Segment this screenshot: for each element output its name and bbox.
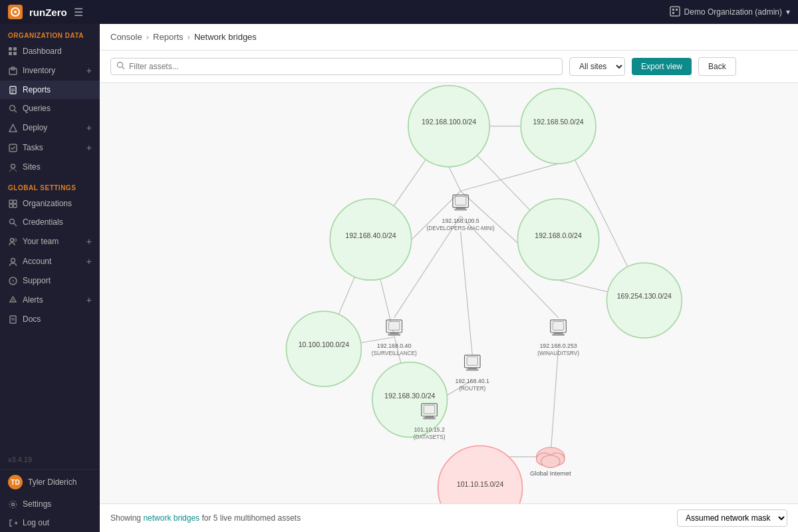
sidebar-item-alerts[interactable]: Alerts + xyxy=(0,290,100,310)
dashboard-label: Dashboard xyxy=(23,47,62,56)
svg-text:(WINAUDITSRV): (WINAUDITSRV) xyxy=(537,350,579,356)
svg-rect-8 xyxy=(9,52,12,55)
dashboard-icon xyxy=(8,47,17,56)
layout: ORGANIZATION DATA Dashboard Inventory + … xyxy=(0,24,798,532)
team-icon xyxy=(8,237,17,246)
sidebar-item-your-team[interactable]: Your team + xyxy=(0,231,100,251)
node-192-168-50[interactable] xyxy=(521,88,596,164)
user-avatar: TD xyxy=(8,475,23,489)
sidebar-item-dashboard[interactable]: Dashboard xyxy=(0,42,100,61)
deploy-plus-icon[interactable]: + xyxy=(86,122,92,133)
user-name: Tyler Diderich xyxy=(28,477,76,487)
reports-label: Reports xyxy=(23,85,51,94)
svg-text:192.168.0.253: 192.168.0.253 xyxy=(539,342,577,349)
sidebar-item-docs[interactable]: Docs xyxy=(0,310,100,329)
search-input[interactable] xyxy=(129,62,557,71)
organizations-label: Organizations xyxy=(23,199,72,208)
svg-rect-24 xyxy=(9,204,13,207)
support-icon: ? xyxy=(8,276,17,285)
svg-point-37 xyxy=(11,503,14,505)
breadcrumb-console[interactable]: Console xyxy=(110,32,142,42)
user-initials: TD xyxy=(11,479,19,486)
footer-highlight: network bridges xyxy=(143,513,201,523)
node-192-168-100[interactable] xyxy=(408,86,489,167)
inventory-icon xyxy=(8,66,17,75)
sidebar-item-logout[interactable]: Log out xyxy=(0,513,100,532)
version-label: v3.4.19 xyxy=(0,450,100,469)
sidebar-item-support[interactable]: ? Support xyxy=(0,271,100,290)
inventory-plus-icon[interactable]: + xyxy=(86,65,92,76)
support-label: Support xyxy=(23,276,51,285)
sidebar-item-tasks[interactable]: Tasks + xyxy=(0,138,100,158)
svg-point-38 xyxy=(9,501,17,508)
sites-select[interactable]: All sites xyxy=(569,57,625,76)
device-winauditsrv[interactable]: 192.168.0.253 (WINAUDITSRV) xyxy=(537,320,579,356)
sidebar-item-reports[interactable]: Reports xyxy=(0,80,100,99)
logout-label: Log out xyxy=(23,518,49,527)
device-router[interactable]: 192.168.40.1 (ROUTER) xyxy=(456,355,489,392)
svg-point-27 xyxy=(10,238,13,241)
svg-rect-7 xyxy=(13,47,17,51)
diagram-area[interactable]: 192.168.100.0/24 192.168.40.0/24 192.168… xyxy=(100,83,798,503)
svg-point-75 xyxy=(541,456,560,468)
footer-suffix: for 5 live multihomed assets xyxy=(201,513,301,523)
org-selector[interactable]: Demo Organization (admin) ▾ xyxy=(670,6,790,19)
org-name: Demo Organization (admin) xyxy=(684,7,782,17)
account-plus-icon[interactable]: + xyxy=(86,256,92,267)
tasks-label: Tasks xyxy=(23,143,43,152)
svg-point-25 xyxy=(9,219,14,223)
svg-text:?: ? xyxy=(11,279,15,285)
team-plus-icon[interactable]: + xyxy=(86,236,92,247)
alerts-plus-icon[interactable]: + xyxy=(86,295,92,305)
account-label: Account xyxy=(23,257,51,266)
node-192-168-0[interactable] xyxy=(517,199,598,280)
mask-select[interactable]: Assumed network mask/24/16/8 xyxy=(677,509,787,527)
sites-icon xyxy=(8,162,17,172)
device-surveillance[interactable]: 192.168.0.40 (SURVEILLANCE) xyxy=(372,320,417,356)
svg-rect-50 xyxy=(390,332,399,334)
node-label: 192.168.100.0/24 xyxy=(422,118,476,126)
svg-rect-69 xyxy=(423,418,436,419)
svg-rect-68 xyxy=(425,416,434,418)
edge xyxy=(461,231,473,355)
svg-line-17 xyxy=(14,110,17,112)
sidebar-item-credentials[interactable]: Credentials xyxy=(0,213,100,231)
tasks-plus-icon[interactable]: + xyxy=(86,142,92,153)
svg-rect-9 xyxy=(13,52,17,55)
sidebar-item-settings[interactable]: Settings xyxy=(0,495,100,513)
menu-icon[interactable]: ☰ xyxy=(74,6,83,19)
node-192-168-40[interactable] xyxy=(330,199,411,280)
node-label: 192.168.40.0/24 xyxy=(345,231,396,239)
sidebar-item-sites[interactable]: Sites xyxy=(0,158,100,176)
node-169-254-130[interactable] xyxy=(606,263,682,338)
export-button[interactable]: Export view xyxy=(632,58,692,75)
breadcrumb-current: Network bridges xyxy=(194,32,257,42)
svg-rect-56 xyxy=(554,332,563,334)
toolbar: All sites Export view Back xyxy=(100,51,798,83)
sidebar-item-organizations[interactable]: Organizations xyxy=(0,194,100,213)
svg-point-20 xyxy=(11,164,15,168)
device-global-internet[interactable]: Global Internet xyxy=(530,448,571,477)
sidebar-item-queries[interactable]: Queries xyxy=(0,99,100,118)
sidebar-item-deploy[interactable]: Deploy + xyxy=(0,118,100,138)
sidebar-item-inventory[interactable]: Inventory + xyxy=(0,61,100,80)
svg-rect-6 xyxy=(9,47,12,51)
svg-rect-57 xyxy=(552,334,565,335)
organizations-icon xyxy=(8,199,17,208)
svg-point-40 xyxy=(118,63,123,68)
node-label: 10.100.100.0/24 xyxy=(299,340,349,348)
svg-point-28 xyxy=(14,239,17,241)
inventory-label: Inventory xyxy=(23,66,55,75)
breadcrumb-reports[interactable]: Reports xyxy=(153,32,184,42)
app-logo: runZero xyxy=(29,7,67,18)
sidebar-user: TD Tyler Diderich xyxy=(0,469,100,495)
footer-text: Showing network bridges for 5 live multi… xyxy=(110,513,301,523)
node-101-10-15[interactable] xyxy=(438,446,523,503)
topbar-left: runZero ☰ xyxy=(8,5,83,19)
sidebar-item-account[interactable]: Account + xyxy=(0,251,100,271)
edge xyxy=(551,349,559,457)
node-10-100-100[interactable] xyxy=(287,311,362,386)
back-button[interactable]: Back xyxy=(698,57,736,76)
queries-label: Queries xyxy=(23,104,51,113)
svg-point-16 xyxy=(9,105,15,110)
